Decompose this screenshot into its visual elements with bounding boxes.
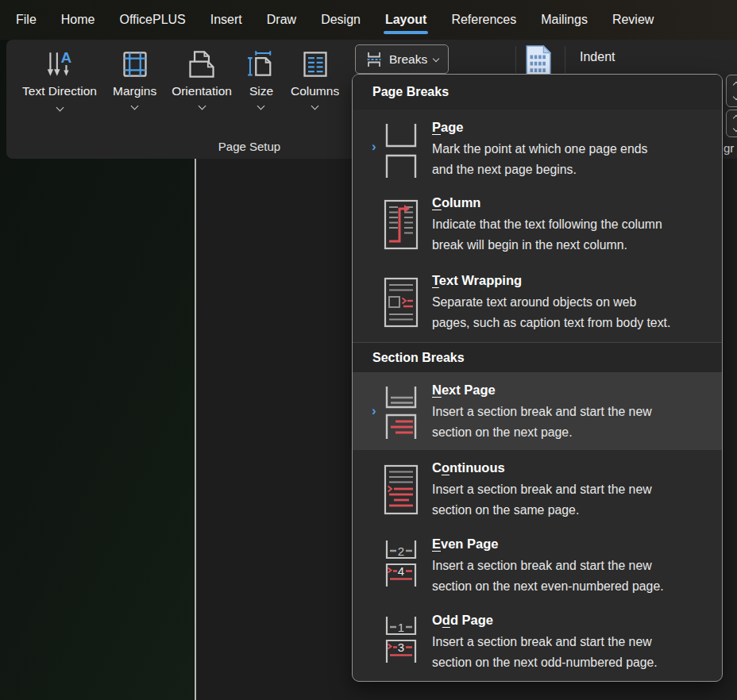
icon-column — [372, 272, 423, 342]
break-marker-icon: › — [372, 140, 376, 153]
indent-left-spinner[interactable] — [726, 75, 737, 107]
icon-column: › — [372, 382, 423, 450]
margins-button[interactable]: Margins — [109, 44, 160, 111]
svg-text:A: A — [61, 49, 72, 66]
item-description: Insert a section break and start the new… — [432, 556, 711, 597]
ribbon-divider — [515, 46, 516, 73]
size-button[interactable]: Size — [243, 44, 280, 111]
indent-right-spinner[interactable] — [726, 110, 737, 137]
tab-insert[interactable]: Insert — [210, 13, 242, 27]
item-text: Column Indicate that the text following … — [432, 194, 711, 263]
menu-item-odd-page[interactable]: 1 3 Odd Page Insert a section break and … — [353, 602, 722, 671]
menu-item-even-page[interactable]: 2 4 Even Page Insert a section break and… — [353, 526, 722, 602]
next-page-break-icon — [383, 387, 419, 439]
chevron-up-icon[interactable] — [733, 115, 737, 121]
size-label: Size — [249, 83, 273, 100]
svg-text:4: 4 — [398, 564, 404, 578]
item-title: Odd Page — [432, 613, 711, 628]
item-text: Even Page Insert a section break and sta… — [432, 536, 711, 602]
tab-layout[interactable]: Layout — [385, 13, 426, 27]
item-description: Mark the point at which one page ends an… — [432, 139, 711, 180]
chevron-down-icon[interactable] — [733, 125, 737, 132]
section-breaks-header: Section Breaks — [353, 342, 722, 372]
item-description: Insert a section break and start the new… — [432, 632, 711, 673]
orientation-label: Orientation — [172, 83, 232, 100]
size-icon — [247, 50, 276, 79]
columns-icon — [302, 50, 329, 79]
item-title: Continuous — [432, 460, 711, 475]
tab-references[interactable]: References — [451, 13, 516, 27]
item-text: Next Page Insert a section break and sta… — [432, 382, 711, 450]
indent-group-label: Indent — [580, 50, 615, 64]
icon-column — [372, 460, 423, 526]
item-description: Insert a section break and start the new… — [432, 402, 711, 443]
item-description: Separate text around objects on web page… — [432, 292, 711, 333]
item-title: Text Wrapping — [432, 273, 711, 288]
tab-review[interactable]: Review — [612, 13, 654, 27]
menu-item-page[interactable]: › Page Mark the point at which one page … — [353, 110, 722, 185]
icon-column: 2 4 — [372, 536, 423, 602]
tab-draw[interactable]: Draw — [267, 13, 296, 27]
chevron-down-icon — [131, 102, 139, 110]
page-breaks-header: Page Breaks — [353, 75, 722, 110]
item-title: Even Page — [432, 537, 711, 552]
breaks-button[interactable]: Breaks — [355, 44, 449, 74]
chevron-down-icon — [198, 102, 206, 110]
menu-item-column[interactable]: Column Indicate that the text following … — [353, 185, 722, 263]
chevron-up-icon[interactable] — [733, 82, 737, 88]
icon-column: 1 3 — [372, 612, 423, 671]
page-setup-group-label: Page Setup — [197, 140, 302, 153]
item-text: Continuous Insert a section break and st… — [432, 460, 711, 526]
menu-item-next-page[interactable]: › Next Page Insert a section break and s… — [353, 372, 722, 450]
ribbon-divider — [565, 46, 565, 73]
odd-page-break-icon: 1 3 — [383, 617, 419, 663]
svg-text:2: 2 — [398, 544, 404, 558]
margins-label: Margins — [113, 83, 156, 100]
menu-item-text-wrapping[interactable]: Text Wrapping Separate text around objec… — [353, 263, 722, 342]
active-tab-underline — [384, 31, 428, 34]
menu-bar: File Home OfficePLUS Insert Draw Design … — [0, 0, 737, 40]
continuous-break-icon — [383, 464, 419, 515]
chevron-down-icon — [257, 102, 265, 110]
item-description: Indicate that the text following the col… — [432, 214, 711, 256]
item-title: Column — [432, 195, 711, 210]
menu-item-continuous[interactable]: Continuous Insert a section break and st… — [353, 450, 722, 526]
item-text: Page Mark the point at which one page en… — [432, 119, 711, 185]
text-wrapping-break-icon — [383, 277, 419, 328]
tab-home[interactable]: Home — [61, 13, 95, 27]
chevron-down-icon — [56, 103, 64, 111]
tab-mailings[interactable]: Mailings — [541, 13, 588, 27]
chevron-down-icon — [433, 55, 439, 61]
chevron-down-icon — [311, 102, 319, 110]
item-title: Page — [432, 120, 711, 135]
item-title: Next Page — [432, 383, 711, 398]
text-direction-icon: A — [44, 49, 75, 79]
clipped-group-label-fragment: gr — [723, 141, 734, 155]
item-description: Insert a section break and start the new… — [432, 479, 711, 521]
icon-column: › — [372, 119, 423, 185]
page-break-icon — [365, 51, 383, 68]
text-direction-button[interactable]: A Text Direction — [17, 44, 102, 113]
tab-officeplus[interactable]: OfficePLUS — [119, 13, 185, 27]
breaks-button-label: Breaks — [389, 52, 427, 67]
tab-file[interactable]: File — [16, 13, 37, 27]
columns-label: Columns — [291, 83, 339, 100]
columns-button[interactable]: Columns — [287, 44, 343, 111]
page-edge-line — [195, 159, 196, 700]
text-direction-label: Text Direction — [22, 83, 97, 100]
orientation-icon — [187, 50, 217, 79]
orientation-button[interactable]: Orientation — [168, 44, 236, 111]
break-marker-icon: › — [372, 404, 376, 417]
tab-layout-label: Layout — [385, 13, 426, 26]
even-page-break-icon: 2 4 — [383, 540, 419, 587]
page-break-icon — [383, 124, 419, 178]
tab-design[interactable]: Design — [321, 13, 361, 27]
breaks-dropdown-menu: Page Breaks › Page Mark the point at whi… — [352, 74, 723, 682]
icon-column — [372, 194, 423, 263]
chevron-down-icon[interactable] — [733, 94, 737, 100]
item-text: Odd Page Insert a section break and star… — [432, 612, 711, 671]
svg-text:3: 3 — [398, 640, 404, 654]
item-text: Text Wrapping Separate text around objec… — [432, 272, 711, 342]
svg-text:1: 1 — [398, 621, 404, 634]
margins-icon — [122, 50, 149, 79]
